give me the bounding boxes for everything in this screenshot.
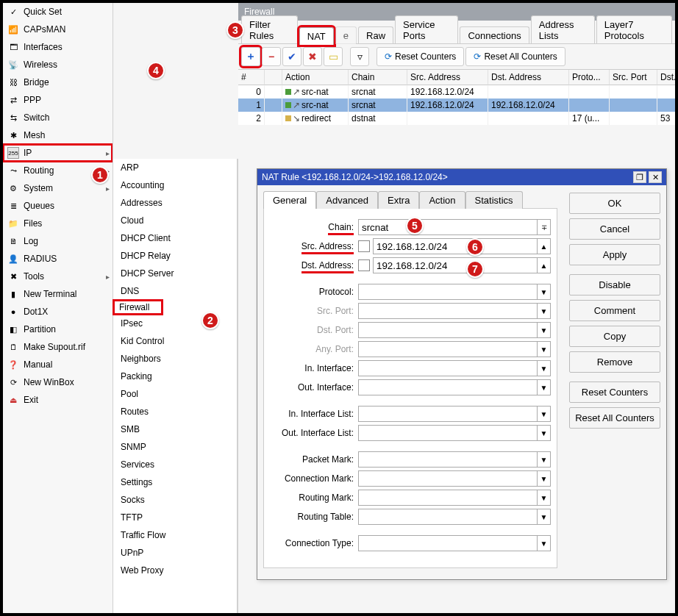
packet-mark-input[interactable] bbox=[358, 451, 538, 468]
col-flag[interactable] bbox=[265, 70, 282, 85]
tab-service-ports[interactable]: Service Ports bbox=[395, 15, 458, 44]
out-iface-list-input[interactable] bbox=[358, 425, 538, 441]
sidebar-item-radius[interactable]: 👤RADIUS bbox=[3, 250, 113, 268]
sidebar-item-quickset[interactable]: ✓Quick Set bbox=[3, 3, 113, 21]
submenu-item-services[interactable]: Services bbox=[113, 456, 238, 473]
submenu-item-pool[interactable]: Pool bbox=[113, 385, 238, 403]
sidebar-item-capsman[interactable]: 📶CAPsMAN bbox=[3, 21, 113, 38]
tab-address-lists[interactable]: Address Lists bbox=[531, 15, 595, 44]
sidebar-item-ip[interactable]: 255IP▸ bbox=[3, 144, 113, 162]
col-num[interactable]: # bbox=[238, 70, 265, 85]
sidebar-item-log[interactable]: 🗎Log bbox=[3, 232, 113, 250]
dst-address-input[interactable] bbox=[373, 257, 538, 273]
copy-button[interactable]: Copy bbox=[569, 326, 660, 347]
remove-button[interactable]: Remove bbox=[569, 351, 660, 373]
submenu-item-neighbors[interactable]: Neighbors bbox=[113, 350, 238, 368]
submenu-item-settings[interactable]: Settings bbox=[113, 473, 238, 491]
add-button[interactable]: ＋ bbox=[241, 47, 260, 66]
dst-negate-checkbox[interactable] bbox=[358, 259, 370, 271]
connection-type-expand[interactable]: ▼ bbox=[538, 535, 551, 551]
sidebar-item-new-winbox[interactable]: ⟳New WinBox bbox=[3, 373, 113, 391]
tab-filter-rules[interactable]: Filter Rules bbox=[241, 15, 298, 44]
col-action[interactable]: Action bbox=[282, 70, 349, 85]
filter-button[interactable]: ▿ bbox=[350, 47, 369, 66]
col-src[interactable]: Src. Address bbox=[407, 70, 488, 85]
sidebar-item-manual[interactable]: ❓Manual bbox=[3, 356, 113, 373]
src-port-expand[interactable]: ▼ bbox=[538, 303, 551, 319]
submenu-item-dhcp-server[interactable]: DHCP Server bbox=[113, 265, 238, 282]
submenu-item-snmp[interactable]: SNMP bbox=[113, 438, 238, 456]
sidebar-item-tools[interactable]: ✖Tools▸ bbox=[3, 268, 113, 285]
remove-button[interactable]: − bbox=[262, 47, 281, 66]
submenu-item-packing[interactable]: Packing bbox=[113, 368, 238, 385]
table-row[interactable]: 2 ↘redirect dstnat 17 (u... 53 bbox=[238, 112, 675, 125]
submenu-item-firewall[interactable]: Firewall bbox=[113, 300, 238, 315]
protocol-expand[interactable]: ▼ bbox=[538, 284, 551, 300]
tab-advanced[interactable]: Advanced bbox=[316, 191, 378, 209]
sidebar-item-files[interactable]: 📁Files bbox=[3, 215, 113, 232]
tab-nat[interactable]: NAT bbox=[299, 27, 334, 45]
in-iface-list-expand[interactable]: ▼ bbox=[538, 406, 551, 422]
col-sport[interactable]: Src. Port bbox=[610, 70, 657, 85]
sidebar-item-make-supout[interactable]: 🗒Make Supout.rif bbox=[3, 338, 113, 356]
sidebar-item-interfaces[interactable]: 🗔Interfaces bbox=[3, 38, 113, 56]
dst-collapse[interactable]: ▲ bbox=[538, 257, 551, 273]
packet-mark-expand[interactable]: ▼ bbox=[538, 451, 551, 468]
submenu-item-dhcp-client[interactable]: DHCP Client bbox=[113, 229, 238, 247]
out-interface-expand[interactable]: ▼ bbox=[538, 379, 551, 395]
comment-button[interactable]: ▭ bbox=[324, 47, 343, 66]
routing-mark-input[interactable] bbox=[358, 490, 538, 506]
sidebar-item-mesh[interactable]: ✱Mesh bbox=[3, 126, 113, 144]
sidebar-item-dot1x[interactable]: ●Dot1X bbox=[3, 303, 113, 320]
tab-extra[interactable]: Extra bbox=[378, 191, 419, 209]
submenu-item-arp[interactable]: ARP bbox=[113, 159, 238, 176]
connection-mark-expand[interactable]: ▼ bbox=[538, 470, 551, 487]
comment-button[interactable]: Comment bbox=[569, 300, 660, 321]
col-chain[interactable]: Chain bbox=[349, 70, 407, 85]
cancel-button[interactable]: Cancel bbox=[569, 218, 660, 240]
sidebar-item-bridge[interactable]: ⛓Bridge bbox=[3, 74, 113, 91]
tab-mangle-cut[interactable]: e bbox=[335, 26, 357, 44]
submenu-item-socks[interactable]: Socks bbox=[113, 491, 238, 509]
reset-all-counters-button[interactable]: ⟳Reset All Counters bbox=[465, 47, 565, 66]
submenu-item-dns[interactable]: DNS bbox=[113, 282, 238, 300]
reset-all-counters-button[interactable]: Reset All Counters bbox=[569, 407, 660, 429]
tab-action[interactable]: Action bbox=[419, 191, 465, 209]
sidebar-item-queues[interactable]: ≣Queues bbox=[3, 197, 113, 215]
sidebar-item-exit[interactable]: ⏏Exit bbox=[3, 391, 113, 409]
chain-input[interactable] bbox=[358, 219, 538, 235]
submenu-item-smb[interactable]: SMB bbox=[113, 420, 238, 438]
any-port-expand[interactable]: ▼ bbox=[538, 341, 551, 357]
sidebar-item-new-terminal[interactable]: ▮New Terminal bbox=[3, 285, 113, 303]
out-iface-list-expand[interactable]: ▼ bbox=[538, 425, 551, 441]
tab-raw[interactable]: Raw bbox=[358, 26, 393, 44]
sidebar-item-ppp[interactable]: ⇄PPP bbox=[3, 91, 113, 109]
protocol-input[interactable] bbox=[358, 284, 538, 300]
out-interface-input[interactable] bbox=[358, 379, 538, 395]
submenu-item-ipsec[interactable]: IPsec bbox=[113, 315, 238, 332]
submenu-item-routes[interactable]: Routes bbox=[113, 403, 238, 420]
reset-counters-button[interactable]: Reset Counters bbox=[569, 382, 660, 403]
routing-mark-expand[interactable]: ▼ bbox=[538, 490, 551, 506]
apply-button[interactable]: Apply bbox=[569, 244, 660, 265]
submenu-item-kid-control[interactable]: Kid Control bbox=[113, 332, 238, 350]
ok-button[interactable]: OK bbox=[569, 193, 660, 214]
connection-mark-input[interactable] bbox=[358, 470, 538, 487]
submenu-item-dhcp-relay[interactable]: DHCP Relay bbox=[113, 247, 238, 265]
close-button[interactable]: ✕ bbox=[649, 171, 662, 183]
dst-port-expand[interactable]: ▼ bbox=[538, 322, 551, 338]
routing-table-input[interactable] bbox=[358, 509, 538, 525]
sidebar-item-wireless[interactable]: 📡Wireless bbox=[3, 56, 113, 74]
submenu-item-web-proxy[interactable]: Web Proxy bbox=[113, 562, 238, 579]
src-collapse[interactable]: ▲ bbox=[538, 238, 551, 254]
submenu-item-traffic-flow[interactable]: Traffic Flow bbox=[113, 526, 238, 544]
disable-button[interactable]: ✖ bbox=[303, 47, 322, 66]
chain-dropdown[interactable]: ∓ bbox=[538, 219, 551, 235]
col-proto[interactable]: Proto... bbox=[569, 70, 610, 85]
in-iface-list-input[interactable] bbox=[358, 406, 538, 422]
submenu-item-addresses[interactable]: Addresses bbox=[113, 194, 238, 212]
sidebar-item-partition[interactable]: ◧Partition bbox=[3, 320, 113, 338]
reset-counters-button[interactable]: ⟳Reset Counters bbox=[377, 47, 464, 66]
submenu-item-accounting[interactable]: Accounting bbox=[113, 176, 238, 194]
restore-button[interactable]: ❐ bbox=[633, 171, 646, 183]
